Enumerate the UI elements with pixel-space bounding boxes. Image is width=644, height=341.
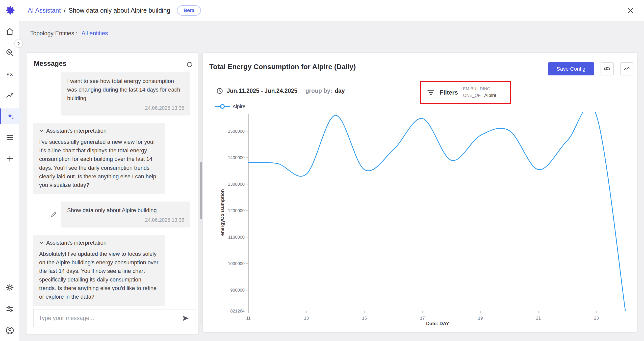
svg-text:15: 15 (362, 316, 367, 321)
sidebar-item-search-metrics[interactable] (0, 45, 20, 61)
chart-actions: Save Config (548, 62, 633, 75)
chevron-down-icon (39, 129, 44, 133)
edit-message-icon[interactable] (50, 211, 57, 218)
filter-field: EM BUILDING (463, 87, 496, 91)
sidebar: √x (0, 21, 20, 341)
close-icon[interactable] (625, 6, 635, 16)
message-timestamp: 24.06.2025 13:36 (67, 217, 184, 223)
chart-meta-row: Jun.11.2025 - Jun.24.2025 group by: day (216, 88, 345, 94)
filter-detail: EM BUILDING ONE_OF Alpire (463, 87, 496, 98)
sidebar-item-settings[interactable] (0, 280, 20, 295)
user-message-text: I want to see how total energy consumpti… (67, 77, 184, 103)
svg-text:11: 11 (246, 316, 251, 321)
message-timestamp: 24.06.2025 13:35 (67, 105, 184, 111)
chart-view-button[interactable] (620, 62, 633, 75)
sidebar-item-menu[interactable] (0, 130, 20, 145)
assistant-message-text: Absolutely! I've updated the view to foc… (39, 250, 159, 301)
add-icon (5, 154, 14, 163)
user-message: I want to see how total energy consumpti… (27, 72, 199, 116)
formula-icon: √x (5, 69, 14, 78)
chart-legend[interactable]: Alpire (214, 103, 245, 110)
account-icon (5, 326, 14, 335)
svg-text:19: 19 (478, 316, 483, 321)
beta-badge: Beta (177, 5, 201, 16)
assistant-interpretation-toggle[interactable]: Assistant's interpretation (39, 240, 159, 246)
topology-entities-bar: Topology Entities : All entities (30, 30, 108, 37)
date-range: Jun.11.2025 - Jun.24.2025 (227, 88, 297, 94)
user-message-text: Show data only about Alpire building (67, 206, 184, 215)
svg-text:1300000: 1300000 (228, 182, 245, 187)
user-message: Show data only about Alpire building24.0… (27, 202, 199, 228)
sidebar-item-home[interactable] (0, 24, 20, 39)
sidebar-item-account[interactable] (0, 323, 20, 338)
x-axis-label: Date: DAY (426, 321, 449, 326)
assistant-interpretation-label: Assistant's interpretation (46, 128, 107, 134)
chevron-down-icon (39, 241, 44, 245)
group-by-value: day (335, 88, 345, 94)
sidebar-expand-button[interactable] (14, 39, 23, 47)
topology-entities-label: Topology Entities : (30, 30, 78, 37)
svg-text:1100000: 1100000 (228, 235, 245, 240)
preferences-icon (5, 304, 14, 314)
menu-icon (5, 133, 14, 142)
breadcrumb-current: Show data only about Alpire building (69, 7, 170, 14)
assistant-message-bubble: Assistant's interpretationI've successfu… (33, 123, 165, 194)
chevron-right-icon (16, 41, 21, 46)
filter-value: Alpire (484, 93, 497, 98)
assistant-interpretation-toggle[interactable]: Assistant's interpretation (39, 128, 159, 134)
user-message-bubble: I want to see how total energy consumpti… (61, 72, 190, 116)
messages-scrollbar-thumb[interactable] (200, 162, 202, 219)
y-axis-label: energyConsumption (220, 189, 225, 236)
refresh-icon[interactable] (186, 61, 194, 69)
filters-label[interactable]: Filters (440, 89, 458, 96)
filters-highlight-box: Filters EM BUILDING ONE_OF Alpire (420, 81, 511, 104)
app-root: { "topbar": { "breadcrumb": { "root": "A… (0, 0, 644, 341)
filter-operator: ONE_OF (463, 93, 481, 98)
main-area: Topology Entities : All entities Message… (20, 21, 644, 341)
svg-text:1500000: 1500000 (228, 129, 245, 134)
sidebar-item-add[interactable] (0, 151, 20, 166)
user-message-bubble: Show data only about Alpire building24.0… (61, 202, 190, 228)
assistant-message-text: I've successfully generated a new view f… (39, 138, 159, 189)
messages-list: I want to see how total energy consumpti… (27, 72, 199, 308)
trend-icon (5, 91, 14, 100)
preview-button[interactable] (601, 62, 614, 75)
message-input[interactable] (39, 315, 181, 322)
svg-text:1400000: 1400000 (228, 155, 245, 160)
chart-panel: Total Energy Consumption for Alpire (Dai… (202, 52, 637, 332)
sidebar-bottom-group (0, 280, 20, 338)
svg-text:√x: √x (7, 71, 13, 77)
pencil-icon (50, 211, 57, 218)
messages-title: Messages (34, 60, 66, 68)
breadcrumb-ai-assistant-link[interactable]: AI Assistant (28, 7, 61, 14)
ai-assistant-icon (6, 112, 15, 121)
sidebar-item-preferences[interactable] (0, 301, 20, 317)
all-entities-link[interactable]: All entities (82, 30, 108, 37)
breadcrumb-separator: / (64, 7, 66, 14)
legend-label: Alpire (233, 104, 245, 109)
group-by-label: group by: (305, 88, 332, 94)
sidebar-item-trends[interactable] (0, 87, 20, 103)
send-icon[interactable] (181, 313, 191, 323)
app-logo-icon[interactable] (6, 6, 15, 15)
line-chart-icon (623, 65, 631, 73)
breadcrumb: AI Assistant / Show data only about Alpi… (28, 0, 201, 21)
sidebar-item-formula[interactable]: √x (0, 66, 20, 82)
assistant-interpretation-label: Assistant's interpretation (46, 240, 107, 246)
filter-funnel-icon (427, 89, 435, 97)
svg-text:21: 21 (536, 316, 541, 321)
search-metrics-icon (5, 48, 14, 57)
eye-icon (603, 65, 611, 73)
svg-text:1000000: 1000000 (228, 261, 245, 266)
sidebar-item-ai-assistant[interactable] (0, 108, 20, 124)
svg-text:13: 13 (304, 316, 309, 321)
series-line-alpire (248, 106, 625, 311)
assistant-message-bubble: Assistant's interpretationAbsolutely! I'… (33, 235, 165, 306)
save-config-button[interactable]: Save Config (548, 62, 594, 75)
svg-text:821264: 821264 (230, 309, 245, 314)
clock-icon (216, 88, 223, 94)
topbar: AI Assistant / Show data only about Alpi… (0, 0, 644, 21)
assistant-message: Assistant's interpretationI've successfu… (27, 123, 199, 194)
messages-panel: Messages I want to see how total energy … (26, 52, 199, 334)
legend-marker-icon (214, 103, 230, 110)
